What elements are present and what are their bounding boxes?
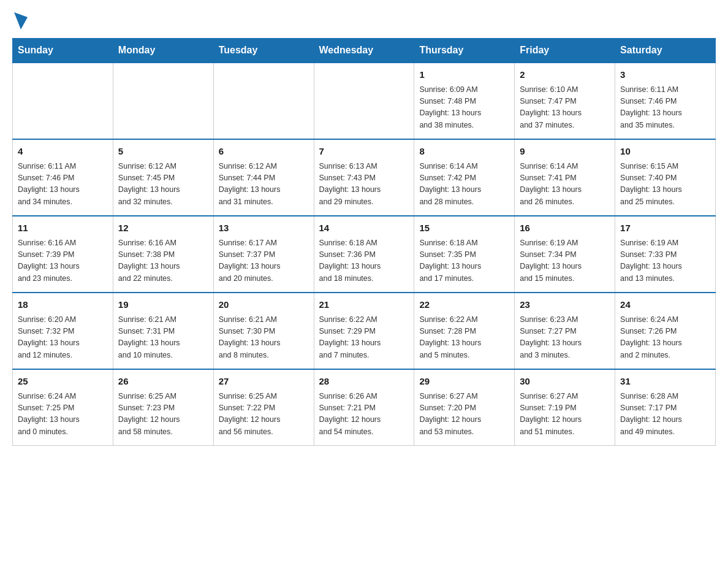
day-number: 12 <box>118 221 208 236</box>
calendar-cell: 15Sunrise: 6:18 AMSunset: 7:35 PMDayligh… <box>414 216 515 293</box>
day-info: Sunrise: 6:23 AMSunset: 7:27 PMDaylight:… <box>520 314 610 362</box>
day-info: Sunrise: 6:21 AMSunset: 7:31 PMDaylight:… <box>118 314 208 362</box>
header-saturday: Saturday <box>615 39 716 63</box>
day-number: 6 <box>219 145 309 159</box>
day-number: 24 <box>620 298 710 312</box>
day-number: 20 <box>219 298 309 312</box>
calendar-cell: 7Sunrise: 6:13 AMSunset: 7:43 PMDaylight… <box>314 139 414 216</box>
day-number: 5 <box>118 145 208 159</box>
day-info: Sunrise: 6:10 AMSunset: 7:47 PMDaylight:… <box>520 84 610 132</box>
day-number: 8 <box>419 145 509 159</box>
calendar-cell: 11Sunrise: 6:16 AMSunset: 7:39 PMDayligh… <box>13 216 113 293</box>
calendar-cell: 18Sunrise: 6:20 AMSunset: 7:32 PMDayligh… <box>13 293 113 369</box>
day-info: Sunrise: 6:25 AMSunset: 7:23 PMDaylight:… <box>118 391 208 439</box>
calendar-cell: 31Sunrise: 6:28 AMSunset: 7:17 PMDayligh… <box>615 369 716 446</box>
calendar-table: Sunday Monday Tuesday Wednesday Thursday… <box>12 38 716 446</box>
calendar-cell: 29Sunrise: 6:27 AMSunset: 7:20 PMDayligh… <box>414 369 515 446</box>
day-number: 16 <box>520 221 610 236</box>
page-header <box>12 12 716 28</box>
day-info: Sunrise: 6:27 AMSunset: 7:20 PMDaylight:… <box>419 391 509 439</box>
logo <box>12 12 28 28</box>
calendar-cell: 10Sunrise: 6:15 AMSunset: 7:40 PMDayligh… <box>615 139 716 216</box>
day-info: Sunrise: 6:12 AMSunset: 7:44 PMDaylight:… <box>219 161 309 209</box>
calendar-cell: 16Sunrise: 6:19 AMSunset: 7:34 PMDayligh… <box>515 216 615 293</box>
day-number: 22 <box>419 298 509 312</box>
day-number: 19 <box>118 298 208 312</box>
calendar-cell: 20Sunrise: 6:21 AMSunset: 7:30 PMDayligh… <box>213 293 314 369</box>
calendar-cell: 22Sunrise: 6:22 AMSunset: 7:28 PMDayligh… <box>414 293 515 369</box>
calendar-cell: 28Sunrise: 6:26 AMSunset: 7:21 PMDayligh… <box>314 369 414 446</box>
calendar-cell: 23Sunrise: 6:23 AMSunset: 7:27 PMDayligh… <box>515 293 615 369</box>
calendar-cell: 27Sunrise: 6:25 AMSunset: 7:22 PMDayligh… <box>213 369 314 446</box>
day-info: Sunrise: 6:14 AMSunset: 7:42 PMDaylight:… <box>419 161 509 209</box>
day-info: Sunrise: 6:21 AMSunset: 7:30 PMDaylight:… <box>219 314 309 362</box>
day-number: 2 <box>520 68 610 82</box>
day-info: Sunrise: 6:13 AMSunset: 7:43 PMDaylight:… <box>319 161 409 209</box>
day-number: 30 <box>520 375 610 389</box>
header-wednesday: Wednesday <box>314 39 414 63</box>
calendar-cell: 4Sunrise: 6:11 AMSunset: 7:46 PMDaylight… <box>13 139 113 216</box>
day-info: Sunrise: 6:11 AMSunset: 7:46 PMDaylight:… <box>620 84 710 132</box>
day-info: Sunrise: 6:27 AMSunset: 7:19 PMDaylight:… <box>520 391 610 439</box>
calendar-cell: 13Sunrise: 6:17 AMSunset: 7:37 PMDayligh… <box>213 216 314 293</box>
header-tuesday: Tuesday <box>213 39 314 63</box>
calendar-cell: 14Sunrise: 6:18 AMSunset: 7:36 PMDayligh… <box>314 216 414 293</box>
day-number: 31 <box>620 375 710 389</box>
day-number: 11 <box>18 221 108 236</box>
day-info: Sunrise: 6:26 AMSunset: 7:21 PMDaylight:… <box>319 391 409 439</box>
day-number: 13 <box>219 221 309 236</box>
calendar-cell: 2Sunrise: 6:10 AMSunset: 7:47 PMDaylight… <box>515 63 615 139</box>
day-number: 18 <box>18 298 108 312</box>
calendar-week-row: 1Sunrise: 6:09 AMSunset: 7:48 PMDaylight… <box>13 63 716 139</box>
day-info: Sunrise: 6:19 AMSunset: 7:33 PMDaylight:… <box>620 237 710 285</box>
calendar-week-row: 25Sunrise: 6:24 AMSunset: 7:25 PMDayligh… <box>13 369 716 446</box>
day-info: Sunrise: 6:20 AMSunset: 7:32 PMDaylight:… <box>18 314 108 362</box>
day-number: 15 <box>419 221 509 236</box>
day-info: Sunrise: 6:16 AMSunset: 7:39 PMDaylight:… <box>18 237 108 285</box>
day-number: 10 <box>620 145 710 159</box>
day-info: Sunrise: 6:17 AMSunset: 7:37 PMDaylight:… <box>219 237 309 285</box>
calendar-cell: 3Sunrise: 6:11 AMSunset: 7:46 PMDaylight… <box>615 63 716 139</box>
calendar-cell: 8Sunrise: 6:14 AMSunset: 7:42 PMDaylight… <box>414 139 515 216</box>
calendar-cell: 9Sunrise: 6:14 AMSunset: 7:41 PMDaylight… <box>515 139 615 216</box>
calendar-cell: 1Sunrise: 6:09 AMSunset: 7:48 PMDaylight… <box>414 63 515 139</box>
calendar-cell: 26Sunrise: 6:25 AMSunset: 7:23 PMDayligh… <box>113 369 213 446</box>
day-number: 25 <box>18 375 108 389</box>
header-monday: Monday <box>113 39 213 63</box>
day-number: 14 <box>319 221 409 236</box>
day-number: 21 <box>319 298 409 312</box>
day-info: Sunrise: 6:24 AMSunset: 7:25 PMDaylight:… <box>18 391 108 439</box>
day-number: 7 <box>319 145 409 159</box>
calendar-cell: 6Sunrise: 6:12 AMSunset: 7:44 PMDaylight… <box>213 139 314 216</box>
day-info: Sunrise: 6:22 AMSunset: 7:28 PMDaylight:… <box>419 314 509 362</box>
day-number: 1 <box>419 68 509 82</box>
day-number: 3 <box>620 68 710 82</box>
day-info: Sunrise: 6:12 AMSunset: 7:45 PMDaylight:… <box>118 161 208 209</box>
day-number: 29 <box>419 375 509 389</box>
calendar-cell: 17Sunrise: 6:19 AMSunset: 7:33 PMDayligh… <box>615 216 716 293</box>
day-info: Sunrise: 6:28 AMSunset: 7:17 PMDaylight:… <box>620 391 710 439</box>
day-number: 9 <box>520 145 610 159</box>
day-info: Sunrise: 6:16 AMSunset: 7:38 PMDaylight:… <box>118 237 208 285</box>
header-friday: Friday <box>515 39 615 63</box>
day-info: Sunrise: 6:19 AMSunset: 7:34 PMDaylight:… <box>520 237 610 285</box>
weekday-header-row: Sunday Monday Tuesday Wednesday Thursday… <box>13 39 716 63</box>
day-info: Sunrise: 6:22 AMSunset: 7:29 PMDaylight:… <box>319 314 409 362</box>
header-thursday: Thursday <box>414 39 515 63</box>
calendar-week-row: 4Sunrise: 6:11 AMSunset: 7:46 PMDaylight… <box>13 139 716 216</box>
calendar-week-row: 11Sunrise: 6:16 AMSunset: 7:39 PMDayligh… <box>13 216 716 293</box>
logo-triangle-icon <box>14 12 28 29</box>
header-sunday: Sunday <box>13 39 113 63</box>
calendar-cell <box>113 63 213 139</box>
calendar-cell: 25Sunrise: 6:24 AMSunset: 7:25 PMDayligh… <box>13 369 113 446</box>
day-info: Sunrise: 6:11 AMSunset: 7:46 PMDaylight:… <box>18 161 108 209</box>
calendar-cell: 30Sunrise: 6:27 AMSunset: 7:19 PMDayligh… <box>515 369 615 446</box>
calendar-cell: 24Sunrise: 6:24 AMSunset: 7:26 PMDayligh… <box>615 293 716 369</box>
day-info: Sunrise: 6:18 AMSunset: 7:35 PMDaylight:… <box>419 237 509 285</box>
calendar-cell <box>13 63 113 139</box>
day-info: Sunrise: 6:15 AMSunset: 7:40 PMDaylight:… <box>620 161 710 209</box>
calendar-cell: 21Sunrise: 6:22 AMSunset: 7:29 PMDayligh… <box>314 293 414 369</box>
calendar-header: Sunday Monday Tuesday Wednesday Thursday… <box>13 39 716 63</box>
svg-marker-0 <box>14 12 28 29</box>
day-number: 28 <box>319 375 409 389</box>
